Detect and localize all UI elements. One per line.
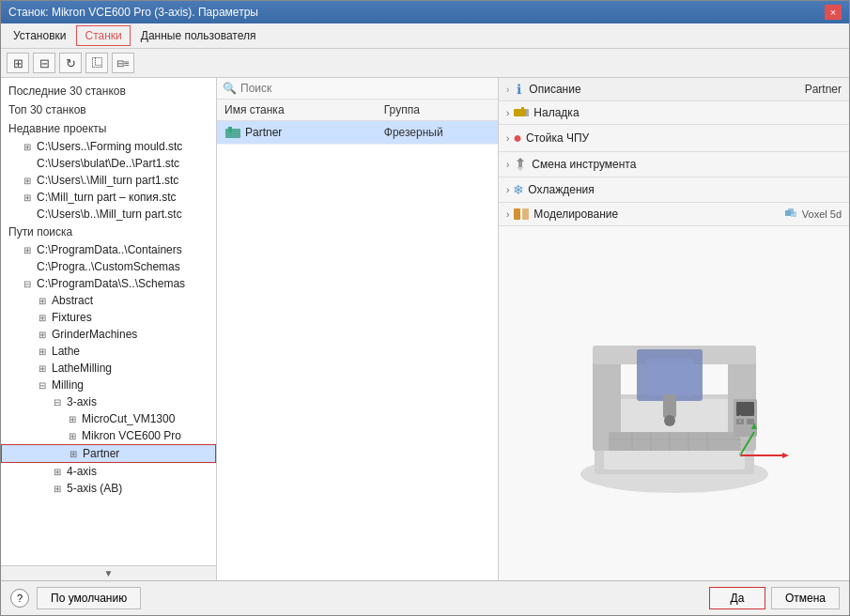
cnc-machine-svg — [557, 310, 792, 498]
schema-3axis[interactable]: ⊟ 3-axis — [1, 393, 216, 410]
model-icon — [513, 208, 530, 221]
sch-expand-4axis: ⊞ — [54, 467, 65, 477]
window-title: Станок: Mikron VCE600 Pro (3-axis). Пара… — [8, 6, 258, 19]
svg-rect-31 — [736, 402, 754, 416]
section-stoika-header[interactable]: › ● Стойка ЧПУ — [499, 125, 849, 151]
svg-marker-7 — [517, 162, 524, 171]
section-model-header[interactable]: › Моделирование — [499, 203, 849, 225]
section-naladka: › Наладка — [499, 101, 849, 125]
top30-section[interactable]: Топ 30 станков — [1, 100, 216, 119]
machine-row-partner[interactable]: Partner Фрезерный — [217, 121, 498, 145]
naladka-label: Наладка — [533, 106, 579, 119]
toolbar: ⊞ ⊟ ↻ ⿺ ⊟≡ — [1, 49, 849, 78]
smena-label: Смена инструмента — [532, 158, 636, 171]
right-panel-body: › Наладка › ● Стойка ЧПУ — [499, 101, 849, 580]
schema-milling[interactable]: ⊟ Milling — [1, 377, 216, 393]
recent-file-4[interactable]: ⊞ C:\Mill_turn part – копия.stc — [1, 189, 216, 206]
machine-name-partner: Partner — [224, 126, 384, 139]
stoika-label: Стойка ЧПУ — [526, 131, 589, 145]
schema-microcut[interactable]: ⊞ MicroCut_VM1300 — [1, 410, 216, 427]
right-panel-header: › ℹ Описание Partner — [499, 78, 849, 101]
schema-mikron[interactable]: ⊞ Mikron VCE600 Pro — [1, 427, 216, 444]
schema-partner[interactable]: ⊞ Partner — [1, 444, 216, 463]
recent-file-5[interactable]: C:\Users\b..\Mill_turn part.stc — [1, 206, 216, 223]
schema-lathemilling[interactable]: ⊞ LatheMilling — [1, 360, 216, 377]
ohlazhd-icon: ❄ — [513, 182, 524, 197]
section-smena: › Смена инструмента — [499, 152, 849, 177]
main-window: Станок: Mikron VCE600 Pro (3-axis). Пара… — [0, 0, 850, 616]
svg-rect-2 — [230, 131, 231, 133]
section-naladka-header[interactable]: › Наладка — [499, 101, 849, 124]
naladka-icon — [513, 106, 530, 119]
machine-list: Partner Фрезерный — [217, 121, 498, 580]
remove-button[interactable]: ⊟ — [33, 53, 55, 73]
search-bar: 🔍 — [217, 78, 498, 100]
menu-stanki[interactable]: Станки — [76, 25, 130, 46]
help-button[interactable]: ? — [10, 589, 29, 608]
copy-button[interactable]: ⿺ — [85, 53, 108, 73]
close-button[interactable]: × — [825, 5, 842, 20]
refresh-button[interactable]: ↻ — [59, 53, 82, 73]
smena-icon — [513, 157, 528, 172]
left-scroll-down[interactable]: ▼ — [1, 565, 216, 580]
search-path-2[interactable]: C:\Progra..\CustomSchemas — [1, 258, 216, 275]
smena-arrow: › — [506, 160, 509, 170]
svg-point-22 — [664, 415, 675, 426]
footer-right: Да Отмена — [709, 587, 840, 609]
last30-section[interactable]: Последние 30 станков — [1, 82, 216, 100]
svg-rect-3 — [514, 109, 526, 116]
sch-expand-partner: ⊞ — [70, 449, 81, 459]
expand-icon-1: ⊞ — [23, 142, 35, 152]
recent-file-3[interactable]: ⊞ C:\Users\.\Mill_turn part1.stc — [1, 172, 216, 189]
menu-bar: Установки Станки Данные пользователя — [1, 23, 849, 49]
sch-expand-5axisab: ⊞ — [54, 484, 65, 494]
section-stoika: › ● Стойка ЧПУ — [499, 125, 849, 152]
default-button[interactable]: По умолчанию — [37, 587, 141, 609]
section-ohlazhd: › ❄ Охлаждения — [499, 177, 849, 203]
main-content: Последние 30 станков Топ 30 станков Неда… — [1, 78, 849, 580]
svg-marker-35 — [782, 453, 789, 458]
sch-expand-mikron: ⊞ — [69, 431, 80, 441]
cancel-button[interactable]: Отмена — [771, 587, 840, 609]
recent-file-1[interactable]: ⊞ C:\Users..\Forming mould.stc — [1, 138, 216, 155]
sch-expand-fixtures: ⊞ — [39, 313, 50, 323]
schema-4axis[interactable]: ⊞ 4-axis — [1, 463, 216, 480]
expand-icon-3: ⊞ — [23, 176, 35, 186]
left-panel: Последние 30 станков Топ 30 станков Неда… — [1, 78, 217, 580]
schema-abstract[interactable]: ⊞ Abstract — [1, 292, 216, 309]
sch-expand-lathe: ⊞ — [39, 346, 50, 357]
right-panel-machine-name: Partner — [805, 83, 842, 96]
svg-rect-0 — [225, 129, 240, 138]
schema-5axisab[interactable]: ⊞ 5-axis (AB) — [1, 480, 216, 497]
recent-section[interactable]: Недавние проекты — [1, 119, 216, 138]
section-smena-header[interactable]: › Смена инструмента — [499, 152, 849, 177]
add-button[interactable]: ⊞ — [7, 53, 29, 73]
schema-lathe[interactable]: ⊞ Lathe — [1, 343, 216, 360]
footer-left: ? По умолчанию — [10, 587, 141, 609]
voxel-icon — [784, 208, 799, 221]
schema-fixtures[interactable]: ⊞ Fixtures — [1, 309, 216, 326]
schema-grinder[interactable]: ⊞ GrinderMachines — [1, 326, 216, 343]
list-header: Имя станка Группа — [217, 100, 498, 121]
model-arrow: › — [506, 209, 509, 220]
search-input[interactable] — [240, 82, 492, 95]
menu-ustanovki[interactable]: Установки — [5, 25, 74, 46]
search-path-3[interactable]: ⊟ C:\ProgramData\S..\Schemas — [1, 275, 216, 292]
search-paths-section[interactable]: Пути поиска — [1, 223, 216, 241]
search-path-1[interactable]: ⊞ C:\ProgramData..\Containers — [1, 241, 216, 258]
footer: ? По умолчанию Да Отмена — [1, 580, 849, 615]
ok-button[interactable]: Да — [709, 587, 765, 609]
right-panel: › ℹ Описание Partner › Наладка — [499, 78, 849, 580]
svg-rect-9 — [522, 208, 529, 220]
voxel-label: Voxel 5d — [802, 208, 842, 220]
settings-button[interactable]: ⊟≡ — [112, 53, 134, 73]
right-panel-expand-icon[interactable]: › — [506, 85, 509, 95]
middle-panel: 🔍 Имя станка Группа Partner — [217, 78, 499, 580]
model-left: › Моделирование — [506, 208, 618, 221]
machine-group-partner: Фрезерный — [384, 126, 490, 139]
stoika-icon: ● — [513, 130, 522, 146]
section-ohlazhd-header[interactable]: › ❄ Охлаждения — [499, 177, 849, 202]
sch-expand-microcut: ⊞ — [69, 414, 80, 424]
menu-dannie[interactable]: Данные пользователя — [132, 25, 265, 46]
recent-file-2[interactable]: C:\Users\bulat\De..\Part1.stc — [1, 155, 216, 172]
